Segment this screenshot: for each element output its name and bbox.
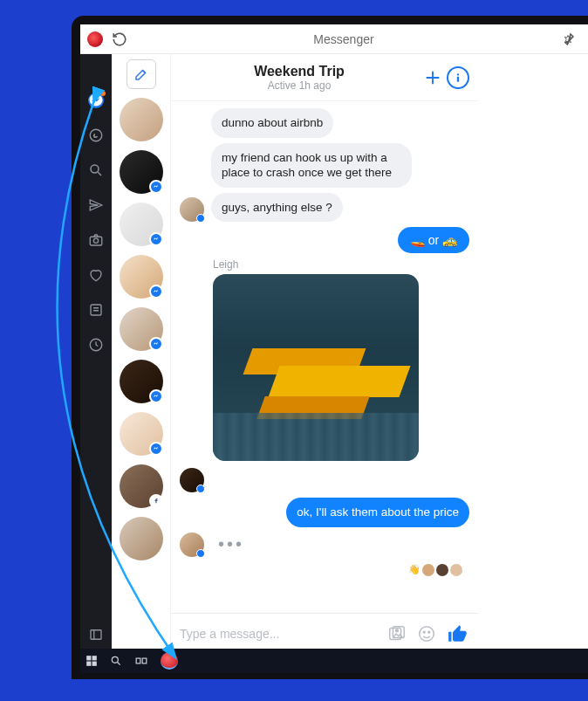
svg-point-0 xyxy=(90,129,102,141)
contact-avatar[interactable] xyxy=(120,255,163,299)
svg-rect-4 xyxy=(91,305,101,315)
contact-avatar[interactable] xyxy=(120,360,163,403)
message-row xyxy=(180,468,469,492)
chat-subtitle: Active 1h ago xyxy=(180,79,419,92)
sender-avatar xyxy=(180,533,204,557)
svg-rect-20 xyxy=(136,658,140,663)
message-input[interactable] xyxy=(180,627,377,641)
message-bubble: ok, I'll ask them about the price xyxy=(286,498,469,527)
compose-button[interactable] xyxy=(126,59,156,89)
message-row: dunno about airbnb xyxy=(180,108,469,138)
browser-window: Messenger xyxy=(80,24,588,653)
svg-point-7 xyxy=(457,73,459,75)
message-bubble: guys, anything else ? xyxy=(211,193,343,223)
message-row: guys, anything else ? xyxy=(180,193,469,223)
svg-point-3 xyxy=(93,238,98,243)
svg-point-13 xyxy=(423,631,425,633)
contact-avatar[interactable] xyxy=(120,98,163,141)
svg-rect-17 xyxy=(86,662,91,666)
message-bubble: dunno about airbnb xyxy=(211,108,333,138)
seen-avatar xyxy=(450,564,462,576)
contact-avatar[interactable] xyxy=(120,517,163,560)
svg-point-1 xyxy=(91,165,99,173)
chat-title: Weekend Trip xyxy=(180,64,419,79)
contact-avatar[interactable] xyxy=(120,150,163,194)
typing-indicator-icon: ••• xyxy=(218,534,244,554)
svg-point-19 xyxy=(112,656,118,663)
messages-list: dunno about airbnb my friend can hook us… xyxy=(171,101,478,613)
svg-rect-8 xyxy=(457,76,459,81)
message-composer xyxy=(171,613,478,653)
history-sidebar-icon[interactable] xyxy=(88,337,104,353)
svg-rect-18 xyxy=(92,662,97,666)
contacts-column xyxy=(112,54,171,653)
message-row: ok, I'll ask them about the price xyxy=(180,498,469,527)
message-bubble: my friend can hook us up with a place to… xyxy=(211,143,412,188)
seen-avatar xyxy=(422,564,434,576)
svg-point-14 xyxy=(428,631,430,633)
messenger-sidebar-icon[interactable] xyxy=(88,93,104,108)
svg-rect-16 xyxy=(92,656,97,660)
contact-avatar[interactable] xyxy=(120,307,163,351)
emoji-icon[interactable] xyxy=(417,624,436,643)
messenger-badge-icon xyxy=(149,180,163,194)
svg-point-12 xyxy=(420,626,434,641)
facebook-badge-icon xyxy=(149,494,163,508)
news-sidebar-icon[interactable] xyxy=(88,302,104,318)
chat-header: Weekend Trip Active 1h ago xyxy=(171,54,478,101)
windows-start-icon[interactable] xyxy=(85,655,98,667)
search-sidebar-icon[interactable] xyxy=(88,162,104,178)
add-button[interactable] xyxy=(419,64,447,92)
shared-image[interactable] xyxy=(213,274,419,461)
seen-avatar xyxy=(436,564,448,576)
contact-avatar[interactable] xyxy=(120,412,163,456)
reactions-row: 👋 xyxy=(180,562,469,581)
opera-taskbar-icon[interactable] xyxy=(161,652,178,670)
message-row: my friend can hook us up with a place to… xyxy=(180,143,469,188)
sender-name-label: Leigh xyxy=(213,258,469,271)
svg-point-11 xyxy=(396,629,399,631)
pin-icon[interactable] xyxy=(560,31,576,47)
messenger-badge-icon xyxy=(149,232,163,246)
notification-dot xyxy=(100,91,106,96)
messenger-badge-icon xyxy=(149,285,163,299)
sender-avatar xyxy=(180,197,204,222)
windows-taskbar xyxy=(80,649,588,673)
taskbar-search-icon[interactable] xyxy=(110,655,122,667)
contact-avatar[interactable] xyxy=(120,464,163,508)
messenger-panel: Weekend Trip Active 1h ago dunno about a… xyxy=(112,54,478,653)
message-bubble: 🚤 or 🚕 xyxy=(398,227,469,253)
svg-rect-15 xyxy=(86,656,91,660)
reload-icon[interactable] xyxy=(112,31,127,47)
heart-sidebar-icon[interactable] xyxy=(88,267,104,283)
whatsapp-sidebar-icon[interactable] xyxy=(88,127,104,143)
chat-column: Weekend Trip Active 1h ago dunno about a… xyxy=(171,54,478,653)
camera-sidebar-icon[interactable] xyxy=(88,232,104,248)
taskview-icon[interactable] xyxy=(134,655,148,667)
svg-rect-6 xyxy=(91,630,101,640)
typing-row: ••• xyxy=(180,533,469,557)
send-sidebar-icon[interactable] xyxy=(88,197,104,213)
messenger-badge-icon xyxy=(149,337,163,351)
opera-logo-icon xyxy=(87,31,103,47)
messenger-badge-icon xyxy=(149,389,163,403)
sender-avatar xyxy=(180,468,204,492)
opera-sidebar xyxy=(80,54,112,653)
svg-rect-21 xyxy=(142,658,147,663)
window-title: Messenger xyxy=(127,32,560,46)
like-icon[interactable] xyxy=(447,622,469,645)
photo-icon[interactable] xyxy=(387,624,407,643)
window-topbar: Messenger xyxy=(80,24,588,54)
info-button[interactable] xyxy=(447,66,469,89)
panel-sidebar-icon[interactable] xyxy=(88,627,104,643)
message-row: 🚤 or 🚕 xyxy=(180,227,469,253)
contact-avatar[interactable] xyxy=(120,203,163,246)
messenger-badge-icon xyxy=(149,442,163,456)
